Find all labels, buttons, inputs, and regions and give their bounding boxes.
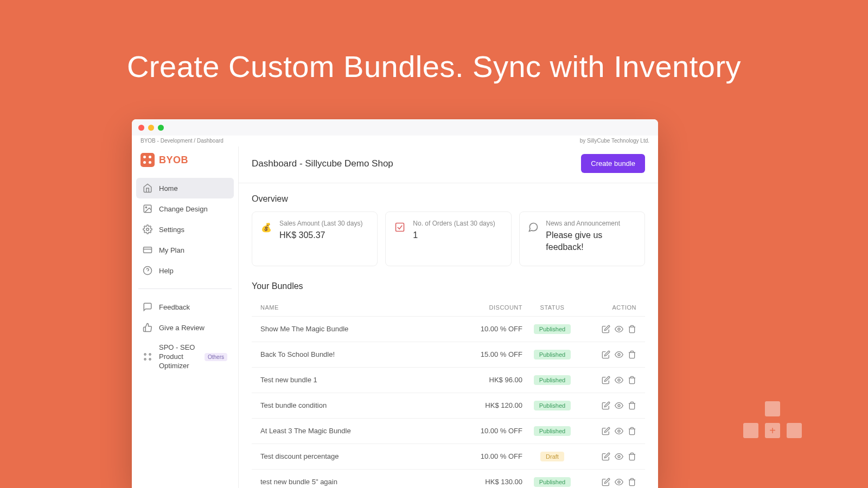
- eye-icon[interactable]: [615, 376, 623, 384]
- sidebar-item-my-plan[interactable]: My Plan: [136, 240, 234, 260]
- edit-icon[interactable]: [602, 325, 610, 333]
- svg-point-2: [146, 228, 149, 231]
- bundle-name: test new bundle 5" again: [260, 478, 457, 486]
- eye-icon[interactable]: [615, 478, 623, 486]
- table-row: Test new bundle 1HK$ 96.00Published: [252, 367, 645, 393]
- trash-icon[interactable]: [628, 376, 636, 384]
- bundle-status: Published: [522, 350, 582, 359]
- thumbs-up-icon: [143, 323, 152, 332]
- minimize-icon[interactable]: [148, 125, 154, 131]
- bundle-name: Show Me The Magic Bundle: [260, 325, 457, 333]
- svg-point-14: [618, 379, 620, 381]
- page-title: Dashboard - Sillycube Demo Shop: [252, 158, 393, 169]
- eye-icon[interactable]: [615, 427, 623, 435]
- svg-point-16: [618, 430, 620, 432]
- checkbox-icon: [393, 221, 406, 234]
- close-icon[interactable]: [138, 125, 144, 131]
- bundle-status: Draft: [522, 452, 582, 461]
- edit-icon[interactable]: [602, 350, 610, 359]
- others-badge: Others: [205, 353, 227, 361]
- edit-icon[interactable]: [602, 478, 610, 486]
- divider: [138, 288, 232, 289]
- sidebar-item-spo[interactable]: SPO - SEO Product Optimizer Others: [136, 338, 234, 376]
- svg-point-8: [149, 354, 151, 355]
- bundle-name: Back To School Bundle!: [260, 350, 457, 358]
- bundle-discount: HK$ 96.00: [457, 376, 522, 384]
- trash-icon[interactable]: [628, 401, 636, 410]
- svg-point-1: [145, 207, 146, 208]
- sidebar-item-label: Give a Review: [159, 324, 205, 332]
- card-sales: 💰 Sales Amount (Last 30 days) HK$ 305.37: [252, 211, 378, 266]
- edit-icon[interactable]: [602, 452, 610, 461]
- title-bar: [132, 119, 658, 136]
- trash-icon[interactable]: [628, 427, 636, 435]
- eye-icon[interactable]: [615, 401, 623, 410]
- sidebar-item-label: Settings: [159, 226, 184, 234]
- traffic-lights: [138, 125, 164, 131]
- app-window: BYOB - Development / Dashboard by SillyC…: [132, 119, 658, 488]
- card-icon: [143, 245, 152, 255]
- sidebar-item-label: SPO - SEO Product Optimizer: [159, 343, 198, 371]
- svg-point-10: [149, 358, 151, 360]
- bundle-actions: [582, 376, 636, 384]
- table-row: test new bundle 5" againHK$ 130.00Publis…: [252, 469, 645, 488]
- bundle-actions: [582, 325, 636, 333]
- eye-icon[interactable]: [615, 325, 623, 333]
- sidebar-item-settings[interactable]: Settings: [136, 219, 234, 240]
- bundle-name: Test bundle condition: [260, 401, 457, 409]
- col-status: STATUS: [522, 304, 582, 311]
- maximize-icon[interactable]: [158, 125, 164, 131]
- sidebar-item-label: Home: [159, 184, 178, 192]
- table-row: Show Me The Magic Bundle10.00 % OFFPubli…: [252, 316, 645, 342]
- col-discount: DISCOUNT: [457, 304, 522, 311]
- card-news: News and Announcement Please give us fee…: [519, 211, 645, 266]
- image-icon: [143, 204, 152, 214]
- bundle-status: Published: [522, 477, 582, 487]
- bundle-actions: [582, 478, 636, 486]
- card-label: News and Announcement: [546, 220, 637, 227]
- card-value: 1: [413, 229, 495, 241]
- sidebar-item-help[interactable]: Help: [136, 260, 234, 281]
- bundle-discount: HK$ 120.00: [457, 401, 522, 409]
- svg-rect-11: [396, 223, 404, 232]
- edit-icon[interactable]: [602, 376, 610, 384]
- col-name: NAME: [260, 304, 457, 311]
- sidebar-item-home[interactable]: Home: [136, 178, 234, 198]
- bundle-name: Test discount percentage: [260, 452, 457, 460]
- logo-icon: [141, 153, 155, 167]
- table-row: Test bundle conditionHK$ 120.00Published: [252, 393, 645, 418]
- card-orders: No. of Orders (Last 30 days) 1: [385, 211, 511, 266]
- overview-title: Overview: [252, 194, 645, 204]
- svg-rect-3: [144, 247, 152, 253]
- table-row: Test discount percentage10.00 % OFFDraft: [252, 444, 645, 469]
- table-row: Back To School Bundle!15.00 % OFFPublish…: [252, 342, 645, 367]
- bundle-discount: 10.00 % OFF: [457, 427, 522, 435]
- breadcrumb: BYOB - Development / Dashboard: [141, 138, 224, 144]
- trash-icon[interactable]: [628, 478, 636, 486]
- edit-icon[interactable]: [602, 427, 610, 435]
- sidebar-item-review[interactable]: Give a Review: [136, 317, 234, 338]
- byline: by SillyCube Technology Ltd.: [580, 138, 649, 144]
- trash-icon[interactable]: [628, 350, 636, 359]
- sidebar-item-label: My Plan: [159, 246, 184, 254]
- trash-icon[interactable]: [628, 325, 636, 333]
- bundle-actions: [582, 350, 636, 359]
- sidebar: BYOB Home Change Design Settings My Plan…: [132, 146, 238, 488]
- svg-point-7: [144, 354, 146, 355]
- eye-icon[interactable]: [615, 350, 623, 359]
- edit-icon[interactable]: [602, 401, 610, 410]
- sidebar-item-feedback[interactable]: Feedback: [136, 297, 234, 317]
- eye-icon[interactable]: [615, 452, 623, 461]
- trash-icon[interactable]: [628, 452, 636, 461]
- svg-point-13: [618, 354, 620, 356]
- bundle-status: Published: [522, 375, 582, 385]
- bundle-status: Published: [522, 324, 582, 334]
- create-bundle-button[interactable]: Create bundle: [581, 154, 645, 173]
- bundle-actions: [582, 401, 636, 410]
- card-value: Please give us feedback!: [546, 229, 637, 254]
- bundles-title: Your Bundles: [252, 281, 645, 291]
- bundle-actions: [582, 452, 636, 461]
- gear-icon: [143, 224, 152, 234]
- svg-point-15: [618, 404, 620, 407]
- sidebar-item-change-design[interactable]: Change Design: [136, 198, 234, 219]
